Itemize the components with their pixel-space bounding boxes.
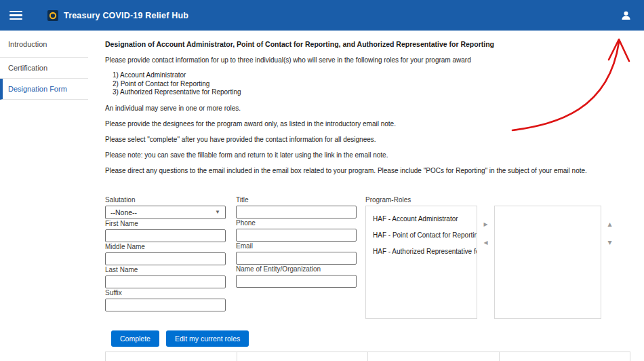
reorder-buttons: ▴ ▾ (601, 206, 618, 319)
info-paragraph: Please note: you can save the fillable f… (105, 151, 630, 159)
user-profile-icon[interactable] (620, 10, 635, 21)
role-list-item: 3) Authorized Representative for Reporti… (113, 88, 630, 97)
sidebar-item-certification[interactable]: Certification (0, 58, 88, 79)
role-option[interactable]: HAF - Point of Contact for Reporting (366, 226, 477, 242)
sidebar-item-introduction[interactable]: Introduction (0, 31, 88, 58)
first-name-label: First Name (105, 220, 226, 227)
last-name-label: Last Name (105, 266, 226, 273)
hamburger-menu-icon[interactable] (9, 11, 22, 20)
info-paragraph: An individual may serve in one or more r… (105, 104, 630, 113)
salutation-select[interactable]: --None-- ▼ (105, 206, 226, 219)
phone-label: Phone (236, 219, 357, 227)
app-title: Treasury COVID-19 Relief Hub (64, 11, 188, 20)
sidebar: Introduction Certification Designation F… (0, 31, 88, 361)
available-roles-listbox[interactable]: HAF - Account Administrator HAF - Point … (365, 206, 477, 319)
move-left-icon[interactable]: ◂ (483, 239, 487, 246)
program-roles-label: Program-Roles (365, 196, 618, 204)
middle-name-label: Middle Name (105, 243, 226, 250)
entity-name-label: Name of Entity/Organization (236, 265, 357, 273)
form-actions: Complete Edit my current roles (105, 330, 630, 347)
role-option[interactable]: HAF - Authorized Representative fo... (366, 242, 477, 259)
move-down-icon[interactable]: ▾ (607, 239, 611, 246)
page-title: Designation of Account Administrator, Po… (105, 40, 630, 48)
form-column-contact: Title Phone Email Name of Entity/Organiz… (236, 196, 357, 319)
title-label: Title (236, 196, 357, 204)
first-name-field[interactable] (105, 229, 226, 242)
main-content: Designation of Account Administrator, Po… (88, 31, 644, 361)
salutation-selected-value: --None-- (110, 208, 137, 216)
form-column-names: Salutation --None-- ▼ First Name Middle … (105, 196, 226, 319)
top-header: Treasury COVID-19 Relief Hub (0, 0, 644, 31)
suffix-field[interactable] (105, 299, 226, 311)
email-label: Email (236, 242, 357, 250)
suffix-label: Suffix (105, 289, 226, 297)
cutoff-table (105, 352, 630, 361)
roles-numbered-list: 1) Account Administrator 2) Point of Con… (113, 71, 630, 97)
role-option[interactable]: HAF - Account Administrator (366, 210, 477, 226)
table-cell (500, 352, 630, 361)
sidebar-item-label: Certification (8, 64, 47, 72)
designation-form: Salutation --None-- ▼ First Name Middle … (105, 196, 630, 319)
last-name-field[interactable] (105, 276, 226, 288)
move-buttons: ▸ ◂ (477, 206, 494, 319)
email-field[interactable] (236, 252, 357, 265)
table-cell (106, 352, 237, 361)
chevron-down-icon: ▼ (215, 209, 220, 215)
complete-button[interactable]: Complete (111, 330, 159, 347)
selected-roles-listbox[interactable] (494, 206, 601, 319)
role-list-item: 2) Point of Contact for Reporting (113, 80, 630, 89)
brand: Treasury COVID-19 Relief Hub (47, 10, 188, 21)
phone-field[interactable] (236, 229, 357, 242)
info-paragraph: Please select "complete" after you have … (105, 135, 630, 144)
edit-current-roles-button[interactable]: Edit my current roles (166, 330, 249, 347)
info-paragraph: Please direct any questions to the email… (105, 166, 630, 175)
move-right-icon[interactable]: ▸ (483, 221, 487, 228)
role-list-item: 1) Account Administrator (113, 71, 630, 80)
sidebar-item-label: Introduction (8, 40, 47, 48)
sidebar-item-label: Designation Form (8, 85, 67, 93)
middle-name-field[interactable] (105, 252, 226, 265)
sidebar-item-designation-form[interactable]: Designation Form (0, 79, 88, 100)
table-cell (368, 352, 500, 361)
move-up-icon[interactable]: ▴ (607, 221, 611, 228)
table-cell (237, 352, 369, 361)
entity-name-field[interactable] (236, 275, 357, 288)
program-roles-section: Program-Roles HAF - Account Administrato… (365, 196, 618, 319)
title-field[interactable] (236, 206, 357, 218)
treasury-logo-icon (47, 10, 58, 21)
info-paragraph: Please provide the designees for the pro… (105, 119, 630, 128)
intro-text: Please provide contact information for u… (105, 56, 630, 64)
salutation-label: Salutation (105, 196, 226, 204)
